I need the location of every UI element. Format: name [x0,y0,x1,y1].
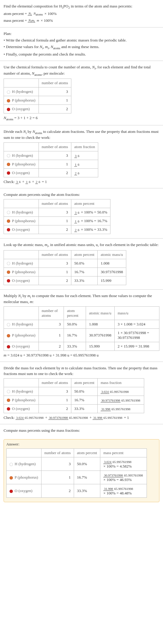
text: atoms [36,13,43,16]
element-dot [10,476,13,479]
cell: 2 [39,276,71,285]
text: mass percent = [4,18,28,23]
col-header: mass/u [114,307,159,320]
element-name: H (hydrogen) [12,322,33,326]
element-dot [7,345,10,348]
cell: 36 [71,151,98,160]
element-dot [7,399,10,402]
mass-calc-section: Multiply Ni by mi to compute the mass fo… [0,290,163,362]
col-header: atom percent [64,307,86,320]
cell: 50.0% [71,387,98,396]
col-header: number of atoms [39,378,71,387]
cell: 3.02465.995761998× 100% = 4.582% [100,457,147,471]
cell: 16 × 100% = 16.7% [71,216,110,225]
table-row: P (phosphorus)1 [4,96,71,105]
element-dot [7,171,10,175]
text: Find the elemental composition for H [4,4,62,8]
text: × 100% [44,11,57,16]
element-dot [7,407,10,411]
answer-table: number of atomsatom percentmass percent … [6,448,147,498]
table-row: O (oxygen)2 [4,105,71,113]
element-dot [7,99,10,102]
massfrac-intro: Divide the mass for each element by m to… [4,365,159,376]
cell: 33.3% [74,484,100,498]
table-row: O (oxygen)226 × 100% = 33.3% [4,225,110,234]
col-header: mass fraction [98,378,144,387]
cell: 3 [39,151,71,160]
table-row: O (oxygen)226 [4,168,98,177]
element-name: P (phosphorus) [12,162,36,166]
element-name: O (oxygen) [12,406,30,411]
element-dot [10,490,13,493]
massfrac-table: number of atomsatom percentmass fraction… [4,378,144,413]
text: N [28,19,30,22]
plan-bullet: • Determine values for Ni, mi, Natoms an… [4,44,159,50]
text: = 1 [124,415,129,420]
col-header: number of atoms [39,250,71,259]
count-table: number of atoms H (hydrogen)3 P (phospho… [4,79,71,113]
cell: 2 [39,342,64,351]
table-row: O (oxygen)233.3%31.99865.995761998× 100%… [7,484,147,498]
element-name: P (phosphorus) [12,270,36,274]
cell: 33.3% [71,276,98,285]
cell: 1 × 30.973761998 = 30.973761998 [114,329,159,342]
cell: 33.3% [71,404,98,413]
mass-percents-section: Compute mass percents using the mass fra… [0,424,163,437]
element-dot [7,90,10,94]
mass-percent-formula: mass percent = Nimi m × 100% [4,18,159,24]
element-dot [7,334,10,337]
text: Look up the atomic mass, [4,242,44,247]
text: Divide the mass for each element by [4,366,61,370]
text: × 100% [41,18,53,23]
col-header: number of atoms [39,307,64,320]
atomic-mass-section: Look up the atomic mass, mi, in unified … [0,239,163,290]
table-row: H (hydrogen)350.0%3.02465.995761998 [4,387,144,396]
element-dot [7,219,10,223]
table-row: H (hydrogen)350.0%1.0083 × 1.008 = 3.024 [4,320,159,329]
cell: 30.973761998 [86,329,115,342]
col-header: atom fraction [71,142,98,151]
text: Check: [4,415,16,420]
cell: 1.008 [98,259,126,268]
text: , per molecule: [41,71,65,76]
element-name: P (phosphorus) [12,398,36,402]
atompct-intro: Compute atom percents using the atom fra… [4,192,159,197]
cell: 1 [41,471,74,484]
text: N [4,116,6,120]
element-dot [7,154,10,157]
table-row: H (hydrogen)350.0%3.02465.995761998× 100… [7,457,147,471]
element-name: P (phosphorus) [15,475,38,479]
cell: 31.99865.995761998 [98,404,144,413]
table-row: O (oxygen)233.3%31.99865.995761998 [4,404,144,413]
text: N [33,12,36,15]
text: i [34,20,35,23]
cell: 50.0% [74,457,100,471]
masspct-intro: Compute mass percents using the mass fra… [4,428,159,433]
cell: 50.0% [71,259,98,268]
element-dot [7,270,10,274]
intro-line: Find the elemental composition for H3PO2… [4,4,159,10]
col-header: mass percent [100,449,147,457]
plan-section: Plan: • Write the chemical formula and g… [0,27,163,61]
col-header: number of atoms [39,79,71,87]
cell: 36 × 100% = 50.0% [71,208,110,216]
element-name: H (hydrogen) [12,261,33,265]
element-name: P (phosphorus) [12,333,36,337]
element-name: H (hydrogen) [12,153,33,158]
element-name: P (phosphorus) [12,98,36,102]
cell: 1 [39,160,71,168]
text: in terms of the atom and mass percents: [70,4,132,8]
text: = 1 [42,179,47,184]
text: Check: [4,179,16,184]
element-dot [7,323,10,326]
table-row: P (phosphorus)116 × 100% = 16.7% [4,216,110,225]
plan-bullet: • Write the chemical formula and gather … [4,38,159,43]
element-dot [7,390,10,393]
element-dot [7,108,10,111]
table-row: O (oxygen)233.3%15.999 [4,276,126,285]
cell: 2 [39,105,71,113]
cell: 1 [39,329,64,342]
cell: 1 [39,268,71,276]
cell: 2 × 15.999 = 31.998 [114,342,159,351]
text: = 3 + 1 + 2 = 6 [13,116,38,120]
